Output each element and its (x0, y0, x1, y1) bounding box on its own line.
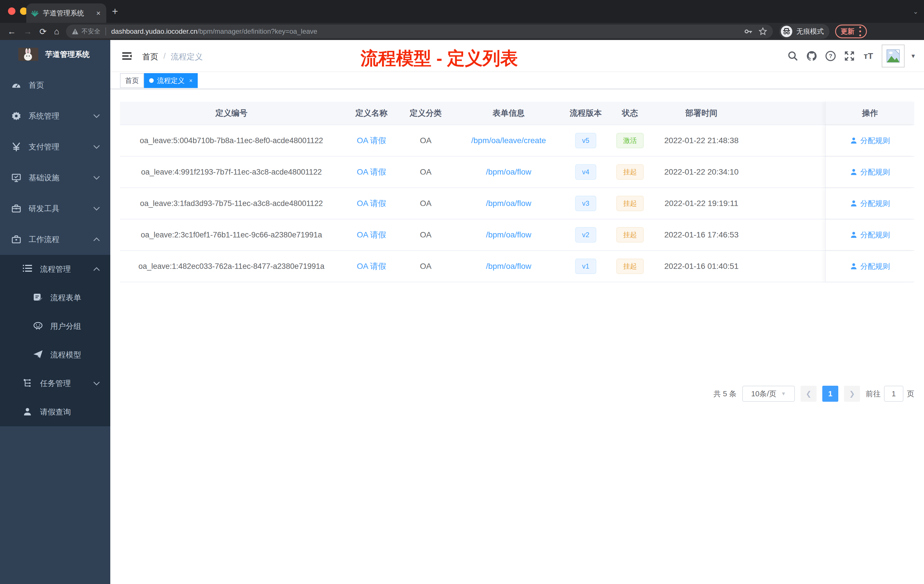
definition-name-link[interactable]: OA 请假 (343, 219, 400, 250)
assign-rule-button[interactable]: 分配规则 (850, 167, 890, 177)
table-row: oa_leave:4:991f2193-7b7f-11ec-a3c8-acde4… (120, 157, 914, 188)
user-icon (23, 407, 33, 417)
form-info-link[interactable]: /bpm/oa/flow (451, 157, 566, 187)
font-size-icon[interactable]: ᴛT (863, 51, 874, 61)
people-icon (33, 322, 43, 331)
column-header: 操作 (825, 102, 914, 125)
definition-id: oa_leave:4:991f2193-7b7f-11ec-a3c8-acde4… (120, 157, 343, 187)
tag-home[interactable]: 首页 (120, 73, 144, 88)
definition-name-link[interactable]: OA 请假 (343, 251, 400, 282)
action-label: 分配规则 (860, 167, 890, 177)
list-icon (23, 264, 33, 274)
goto-page-input[interactable] (884, 386, 903, 402)
form-info-link[interactable]: /bpm/oa/flow (451, 188, 566, 219)
avatar-dropdown-caret-icon[interactable]: ▼ (910, 53, 916, 59)
favicon-leaf-icon (31, 9, 39, 17)
next-page-button[interactable]: ❯ (844, 386, 860, 402)
table-row: oa_leave:2:3c1f0ef1-76b1-11ec-9c66-a2380… (120, 219, 914, 251)
user-icon (850, 137, 858, 144)
sidebar-item-user-group[interactable]: 用户分组 (0, 312, 110, 341)
tag-close-icon[interactable]: × (189, 78, 193, 84)
tab-close-icon[interactable]: × (95, 9, 102, 18)
not-secure-warning[interactable]: 不安全 (72, 27, 100, 36)
bookmark-star-icon[interactable] (759, 27, 767, 36)
sidebar-item-infrastructure[interactable]: 基础设施 (0, 162, 110, 193)
sidebar-item-label: 任务管理 (40, 378, 71, 389)
page-title-annotation: 流程模型 - 定义列表 (361, 46, 518, 70)
pagination: 共 5 条 10条/页 ▼ ❮ 1 ❯ 前往 页 (713, 386, 914, 402)
sidebar-item-process-management[interactable]: 流程管理 (0, 255, 110, 284)
paper-plane-icon (33, 350, 43, 360)
avatar[interactable] (882, 45, 904, 68)
update-button[interactable]: 更新 ••• (835, 25, 866, 38)
goto-page: 前往 页 (866, 386, 914, 402)
sidebar-item-workflow[interactable]: 工作流程 (0, 224, 110, 255)
definition-name-link[interactable]: OA 请假 (343, 125, 400, 156)
assign-rule-button[interactable]: 分配规则 (850, 261, 890, 271)
incognito-label: 无痕模式 (796, 27, 824, 36)
menu-kebab-icon[interactable]: ••• (859, 25, 861, 38)
tag-process-definition[interactable]: 流程定义 × (144, 73, 198, 88)
user-icon (850, 168, 858, 176)
header-icons: ? ᴛT ▼ (787, 40, 916, 72)
definition-name-link[interactable]: OA 请假 (343, 157, 400, 187)
screen: 芋道管理系统 × + ⌄ ← → ⟳ ⌂ 不安全 dashboard.yudao… (0, 0, 924, 584)
reload-icon[interactable]: ⟳ (40, 26, 46, 36)
definition-category: OA (400, 188, 451, 219)
sidebar-item-process-model[interactable]: 流程模型 (0, 341, 110, 369)
sidebar-item-label: 首页 (28, 80, 44, 90)
toolbox-icon (12, 204, 21, 213)
sidebar-item-home[interactable]: 首页 (0, 70, 110, 101)
sidebar-item-dev-tools[interactable]: 研发工具 (0, 193, 110, 224)
github-icon[interactable] (806, 51, 817, 61)
sidebar-item-process-form[interactable]: 流程表单 (0, 284, 110, 312)
new-tab-button[interactable]: + (112, 6, 118, 16)
help-icon[interactable]: ? (825, 51, 836, 61)
prev-page-button[interactable]: ❮ (800, 386, 817, 402)
workflow-submenu: 流程管理 流程表单 用户分组 流程模型 任务管理 (0, 255, 110, 426)
column-header: 定义编号 (120, 102, 343, 125)
deploy-time: 2022-01-22 20:34:10 (654, 157, 749, 187)
back-icon[interactable]: ← (7, 26, 16, 36)
assign-rule-button[interactable]: 分配规则 (850, 136, 890, 146)
user-icon (850, 200, 858, 207)
home-icon[interactable]: ⌂ (54, 26, 59, 36)
url-divider (106, 27, 106, 35)
password-key-icon[interactable] (744, 28, 753, 35)
sidebar-fold-icon[interactable] (122, 51, 132, 61)
table-row: oa_leave:1:482ec033-762a-11ec-8477-a2380… (120, 251, 914, 282)
form-info-link[interactable]: /bpm/oa/flow (451, 251, 566, 282)
current-page-button[interactable]: 1 (822, 386, 838, 402)
url-text[interactable]: dashboard.yudao.iocoder.cn/bpm/manager/d… (111, 27, 739, 35)
tab-search-chevron-icon[interactable]: ⌄ (913, 8, 918, 15)
breadcrumb-home[interactable]: 首页 (142, 51, 158, 62)
sidebar-item-label: 流程表单 (50, 292, 81, 303)
version-badge: v2 (575, 227, 596, 243)
action-label: 分配规则 (860, 199, 890, 209)
column-header: 状态 (606, 102, 654, 125)
assign-rule-button[interactable]: 分配规则 (850, 199, 890, 209)
sidebar-item-task-management[interactable]: 任务管理 (0, 369, 110, 398)
sidebar-item-leave-query[interactable]: 请假查询 (0, 398, 110, 426)
url-domain: dashboard.yudao.iocoder.cn (111, 27, 198, 35)
assign-rule-button[interactable]: 分配规则 (850, 230, 890, 240)
definition-name-link[interactable]: OA 请假 (343, 188, 400, 219)
fullscreen-icon[interactable] (844, 51, 855, 61)
definition-id: oa_leave:3:1fad3d93-7b75-11ec-a3c8-acde4… (120, 188, 343, 219)
close-window-button[interactable] (8, 7, 15, 15)
version-badge: v1 (575, 259, 596, 274)
search-icon[interactable] (787, 51, 798, 61)
tag-label: 流程定义 (157, 76, 185, 85)
form-info-link[interactable]: /bpm/oa/flow (451, 219, 566, 250)
sidebar-item-payment[interactable]: 支付管理 (0, 132, 110, 162)
sidebar: 芋道管理系统 首页 系统管理 支付管理 基础设施 (0, 40, 110, 584)
browser-tab[interactable]: 芋道管理系统 × (26, 3, 106, 23)
url-bar[interactable]: 不安全 dashboard.yudao.iocoder.cn/bpm/manag… (66, 25, 773, 38)
sidebar-item-label: 用户分组 (50, 321, 81, 332)
page-size-select[interactable]: 10条/页 ▼ (742, 386, 795, 402)
table-row: oa_leave:5:004b710b-7b8a-11ec-8ef0-acde4… (120, 125, 914, 157)
forward-icon[interactable]: → (23, 26, 32, 36)
sidebar-item-system[interactable]: 系统管理 (0, 101, 110, 132)
deploy-time: 2022-01-16 17:46:53 (654, 219, 749, 250)
form-info-link[interactable]: /bpm/oa/leave/create (451, 125, 566, 156)
